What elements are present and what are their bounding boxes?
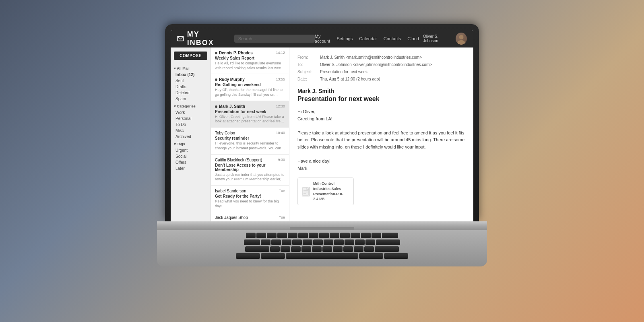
key [359,253,383,259]
search-area [234,35,315,43]
key [354,246,363,252]
key [375,246,399,252]
user-name: Oliver S. Johnson [423,34,452,43]
key [282,239,291,245]
sidebar-item-later[interactable]: Later [174,165,207,171]
to-value: Oliver S. Johnson <oliver.johnson@mithco… [320,61,432,68]
sidebar-item-personal[interactable]: Personal [174,116,207,122]
from-value: Mark J. Smith <mark.smith@smithcontrolin… [320,54,422,61]
attachment-name: Mith Control Industries Sales Presentati… [313,181,349,196]
key [261,253,285,259]
key [340,233,350,238]
user-info: Oliver S. Johnson [423,33,467,45]
email-subject: Security reminder [215,136,285,140]
spacebar [286,253,358,259]
email-metadata: From: Mark J. Smith <mark.smith@smithcon… [297,54,465,83]
svg-rect-3 [303,188,308,196]
key [384,253,408,259]
sidebar-item-work[interactable]: Work [174,109,207,116]
laptop-keyboard [157,230,487,266]
avatar [456,33,467,45]
attachment[interactable]: Mith Control Industries Sales Presentati… [297,178,354,205]
key [292,239,302,245]
to-label: To: [297,61,318,68]
sender-name: Isabel Sanderson [215,189,279,193]
key [313,239,323,245]
sidebar-item-social[interactable]: Social [174,153,207,159]
email-subject: Re: Golfing on weekend [215,83,285,87]
nav-contacts[interactable]: Contacts [384,36,401,41]
sidebar-item-offers[interactable]: Offers [174,159,207,165]
search-input[interactable] [234,35,315,43]
laptop-base [157,221,487,230]
key [261,239,270,245]
email-item[interactable]: Dennis P. Rhodes 14:12 Weekly Sales Repo… [211,47,289,74]
key [256,233,266,238]
email-view: From: Mark J. Smith <mark.smith@smithcon… [289,47,473,221]
categories-section: ▾ Categories [174,104,207,108]
key [291,246,301,252]
nav-settings[interactable]: Settings [336,36,353,41]
nav-calendar[interactable]: Calendar [359,36,377,41]
email-preview: Just a quick reminder that you attempted… [215,173,285,182]
key [246,233,256,238]
email-time: 9:30 [278,158,285,162]
key [244,239,260,245]
key [372,233,381,238]
key [245,246,269,252]
nav-my-account[interactable]: My account [315,34,330,43]
key [271,239,281,245]
sender-name: Mark J. Smith [215,104,276,109]
key [361,233,371,238]
email-subject: Weekly Sales Report [215,56,285,60]
key [298,233,308,238]
nav-cloud[interactable]: Cloud [407,36,419,41]
email-item[interactable]: Rudy Murphy 13:55 Re: Golfing on weekend… [211,74,289,101]
from-label: From: [297,54,318,61]
sender-name: Caitlin Blacklock (Support) [215,158,278,162]
email-subject: Get Ready for the Party! [215,194,285,198]
email-preview: Hi everyone, this is security reminder t… [215,141,285,151]
sender-name: Dennis P. Rhodes [215,51,276,55]
sidebar-item-archived[interactable]: Archived [174,134,207,140]
sidebar-item-urgent[interactable]: Urgent [174,147,207,153]
mail-app: MY INBOX My account Settings Calendar Co… [171,30,473,221]
sidebar-item-inbox[interactable]: Inbox (12) [174,72,207,78]
sidebar-item-sent[interactable]: Sent [174,78,207,84]
email-item[interactable]: Jack Jaques Shop Tue [211,212,289,221]
subject-value: Presentation for next week [320,68,367,76]
email-item[interactable]: Isabel Sanderson Tue Get Ready for the P… [211,186,289,212]
compose-button[interactable]: COMPOSE [174,52,207,60]
sidebar-item-drafts[interactable]: Drafts [174,84,207,90]
email-subject: Presentation for next week [215,109,285,114]
main-nav: My account Settings Calendar Contacts Cl… [315,34,419,43]
email-preview: Hey Ol', thanks for the message! I'd lik… [215,88,285,97]
all-mail-section: ▾ All Mail [174,66,207,70]
key [345,239,354,245]
email-item[interactable]: Mark J. Smith 12:30 Presentation for nex… [211,101,289,128]
email-subject: Don't Lose Access to your Membership [215,163,285,172]
key [301,246,311,252]
mail-body: COMPOSE ▾ All Mail Inbox (12) Sent Draft… [171,47,473,221]
email-preview: Hello All, I'd like to congratulate ever… [215,61,285,70]
sidebar-item-spam[interactable]: Spam [174,96,207,102]
key [324,239,333,245]
email-item[interactable]: Toby Colon 10:40 Security reminder Hi ev… [211,128,289,154]
mail-header: MY INBOX My account Settings Calendar Co… [171,30,473,47]
key [322,246,332,252]
email-view-sender: Mark J. Smith [297,88,465,94]
email-item[interactable]: Caitlin Blacklock (Support) 9:30 Don't L… [211,155,289,186]
email-preview: Hi Oliver, Greetings from LA! Please tak… [215,115,285,124]
email-list: Dennis P. Rhodes 14:12 Weekly Sales Repo… [211,47,289,221]
key [351,233,360,238]
key [303,239,312,245]
sidebar-item-todo[interactable]: To Do [174,122,207,128]
app-title: MY INBOX [187,30,226,47]
sidebar-item-deleted[interactable]: Deleted [174,90,207,96]
key [281,246,290,252]
key [319,233,329,238]
sidebar-item-misc[interactable]: Misc [174,128,207,134]
attachment-size: 2.4 MB [313,196,349,202]
key [355,239,365,245]
subject-label: Subject: [297,68,318,76]
